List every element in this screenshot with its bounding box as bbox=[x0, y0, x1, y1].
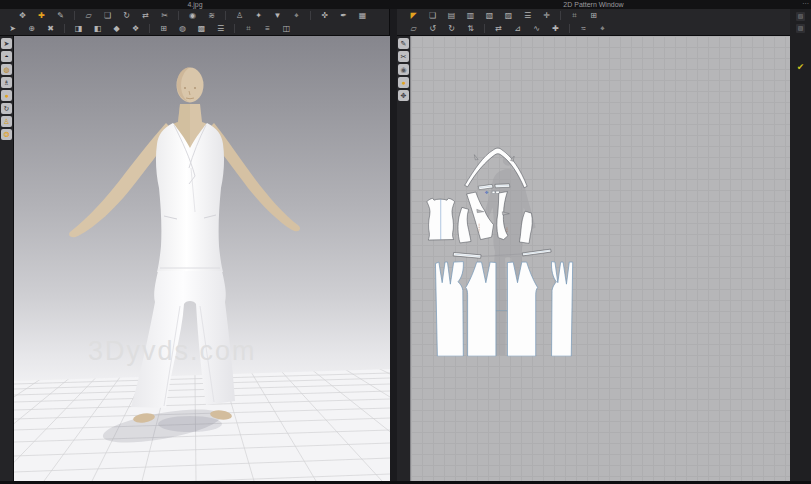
half-view-tool-icon[interactable]: ◫ bbox=[280, 23, 293, 35]
texture-2d-icon[interactable]: ◉ bbox=[398, 64, 409, 75]
mirror-pattern-tool-icon[interactable]: ⇄ bbox=[492, 23, 505, 35]
app-window: 4.jpg 2D Pattern Window ⋯ ✥✚✎▱❏↻⇄✂◉≋♙✦▼⌖… bbox=[0, 0, 811, 484]
clone-pattern-tool-icon[interactable]: ▨ bbox=[502, 10, 515, 22]
tack-tool-icon[interactable]: ✛ bbox=[540, 10, 553, 22]
viewport-3d[interactable]: 3Dyvds.com bbox=[14, 36, 390, 481]
toolbar-separator bbox=[178, 11, 179, 20]
unfold-tool-icon[interactable]: ◨ bbox=[72, 23, 85, 35]
swap-tool-icon[interactable]: ⇅ bbox=[464, 23, 477, 35]
add-pin-tool-icon[interactable]: ✚ bbox=[35, 10, 48, 22]
pattern-piece-pants-front-right[interactable] bbox=[507, 262, 537, 356]
show-avatar-icon[interactable]: ◓ bbox=[1, 51, 12, 62]
show-pose-icon[interactable]: ♙ bbox=[1, 116, 12, 127]
pen-tool-icon[interactable]: ✒ bbox=[337, 10, 350, 22]
pleats-tool-icon[interactable]: ☰ bbox=[521, 10, 534, 22]
seamline-tool-icon[interactable]: ≈ bbox=[577, 23, 590, 35]
dock-pane-b-icon[interactable]: ▨ bbox=[796, 24, 805, 33]
toolbar-2d-row2: ▱↺↻⇅⇄⊿∿✚≈⌖ bbox=[397, 22, 790, 35]
pattern-piece-bodice-back[interactable] bbox=[427, 198, 455, 240]
panel-2d: ✎✂◉●✥ bbox=[397, 36, 790, 481]
simulate-icon[interactable]: ➤ bbox=[1, 38, 12, 49]
pattern-piece-side-left[interactable] bbox=[458, 207, 471, 243]
reset-camera-icon[interactable]: ↻ bbox=[1, 103, 12, 114]
pattern-piece-pants-back-right[interactable] bbox=[551, 262, 572, 357]
add-point-tool-icon[interactable]: ⊞ bbox=[157, 23, 170, 35]
rotate-tool-icon[interactable]: ↻ bbox=[120, 10, 133, 22]
pattern-piece-strip-left[interactable] bbox=[478, 184, 493, 189]
transform-pattern-tool-icon[interactable]: ◤ bbox=[407, 10, 420, 22]
toolbar-separator bbox=[225, 11, 226, 20]
sphere-view-tool-icon[interactable]: ◍ bbox=[176, 23, 189, 35]
fold-arrangement-tool-icon[interactable]: ▱ bbox=[82, 10, 95, 22]
left-window-title: 4.jpg bbox=[0, 0, 390, 9]
titlebar-menu-icon[interactable]: ⋯ bbox=[802, 0, 809, 9]
rotate-cw-tool-icon[interactable]: ↻ bbox=[445, 23, 458, 35]
show-seams-icon[interactable]: ♗ bbox=[1, 77, 12, 88]
dock-pane-a-icon[interactable]: ▧ bbox=[796, 12, 805, 21]
texture-tool-icon[interactable]: ▩ bbox=[195, 23, 208, 35]
pattern-piece-waistband-right[interactable] bbox=[522, 249, 551, 256]
avatar-tool-icon[interactable]: ♙ bbox=[233, 10, 246, 22]
panel-divider[interactable] bbox=[390, 9, 397, 484]
show-garment-icon[interactable]: ◍ bbox=[1, 64, 12, 75]
scene-3d bbox=[14, 36, 390, 481]
show-pins-icon[interactable]: ❂ bbox=[1, 129, 12, 140]
rotate-ccw-tool-icon[interactable]: ↺ bbox=[426, 23, 439, 35]
toolbar-separator bbox=[149, 24, 150, 33]
toolbar-3d-row1: ✥✚✎▱❏↻⇄✂◉≋♙✦▼⌖✜✒▦ bbox=[0, 9, 389, 22]
layers-tool-icon[interactable]: ☰ bbox=[214, 23, 227, 35]
toolbar-separator bbox=[310, 11, 311, 20]
wind-tool-icon[interactable]: ≋ bbox=[205, 10, 218, 22]
drape-tool-icon[interactable]: ◉ bbox=[186, 10, 199, 22]
zoom-tool-icon[interactable]: ⊕ bbox=[25, 23, 38, 35]
measure-tool-icon[interactable]: ⌖ bbox=[290, 10, 303, 22]
grid-tool-icon[interactable]: ▦ bbox=[356, 10, 369, 22]
fold-pattern-tool-icon[interactable]: ▱ bbox=[407, 23, 420, 35]
dart-tool-icon[interactable]: ◆ bbox=[110, 23, 123, 35]
edit-pattern-2d-icon[interactable]: ✎ bbox=[398, 38, 409, 49]
scissors-tool-icon[interactable]: ✂ bbox=[158, 10, 171, 22]
show-texture-icon[interactable]: ● bbox=[1, 90, 12, 101]
grid-snap-tool-icon[interactable]: ⌗ bbox=[568, 10, 581, 22]
delete-tool-icon[interactable]: ✖ bbox=[44, 23, 57, 35]
edit-pattern-tool-icon[interactable]: ❏ bbox=[426, 10, 439, 22]
pin-2d-icon[interactable]: ● bbox=[398, 77, 409, 88]
brush-tool-icon[interactable]: ✎ bbox=[54, 10, 67, 22]
toolbar-2d-row1: ◤❏▤▥▧▨☰✛⌗⊞ bbox=[397, 9, 790, 22]
sewing-edit-tool-icon[interactable]: ❖ bbox=[129, 23, 142, 35]
pan-tool-icon[interactable]: ✥ bbox=[16, 10, 29, 22]
flip-tool-icon[interactable]: ⇄ bbox=[139, 10, 152, 22]
mirror-tool-icon[interactable]: ◧ bbox=[91, 23, 104, 35]
toolbar-separator bbox=[484, 24, 485, 33]
pattern-piece-pants-back-left[interactable] bbox=[435, 262, 463, 357]
image-trace-tool-icon[interactable]: ▧ bbox=[483, 10, 496, 22]
canvas-2d[interactable]: ✥ bbox=[411, 36, 790, 481]
grading-tool-icon[interactable]: ⊞ bbox=[587, 10, 600, 22]
pattern-piece-pants-front-left[interactable] bbox=[466, 262, 496, 356]
move-point-tool-icon[interactable]: ❏ bbox=[101, 10, 114, 22]
measure-2d-tool-icon[interactable]: ⌖ bbox=[596, 23, 609, 35]
garment-tool-icon[interactable]: ▼ bbox=[271, 10, 284, 22]
add-pattern-tool-icon[interactable]: ▤ bbox=[445, 10, 458, 22]
confirm-check-icon[interactable]: ✔ bbox=[795, 61, 807, 73]
pattern-piece-strip-right[interactable] bbox=[495, 184, 510, 188]
rail-2d: ✎✂◉●✥ bbox=[397, 36, 411, 481]
toolbar-separator bbox=[560, 11, 561, 20]
toolbar-3d: ✥✚✎▱❏↻⇄✂◉≋♙✦▼⌖✜✒▦ ➤⊕✖◨◧◆❖⊞◍▩☰⌗≡◫ bbox=[0, 9, 390, 36]
snap-tool-icon[interactable]: ⌗ bbox=[242, 23, 255, 35]
iron-tool-icon[interactable]: ⊿ bbox=[511, 23, 524, 35]
pose-tool-icon[interactable]: ✦ bbox=[252, 10, 265, 22]
segment-sew-tool-icon[interactable]: ✚ bbox=[549, 23, 562, 35]
pan-2d-icon[interactable]: ✥ bbox=[398, 90, 409, 101]
copy-pattern-tool-icon[interactable]: ▥ bbox=[464, 10, 477, 22]
free-sew-tool-icon[interactable]: ∿ bbox=[530, 23, 543, 35]
sewing-tool-icon[interactable]: ✜ bbox=[318, 10, 331, 22]
watermark: 3Dyvds.com bbox=[88, 336, 257, 367]
right-dock-strip: ▧ ▨ ✔ bbox=[790, 9, 811, 484]
select-tool-icon[interactable]: ➤ bbox=[6, 23, 19, 35]
avatar-3d[interactable] bbox=[69, 67, 300, 424]
move-gizmo-icon[interactable]: ✥ bbox=[485, 190, 489, 195]
cut-pattern-2d-icon[interactable]: ✂ bbox=[398, 51, 409, 62]
pattern-piece-waistband-left[interactable] bbox=[453, 253, 481, 259]
align-tool-icon[interactable]: ≡ bbox=[261, 23, 274, 35]
